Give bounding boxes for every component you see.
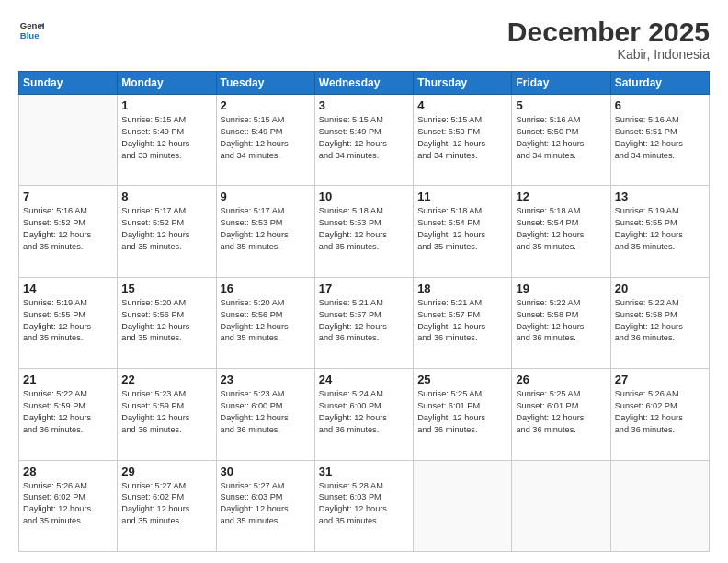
location: Kabir, Indonesia — [507, 47, 710, 62]
table-row — [610, 460, 709, 551]
day-info: Sunrise: 5:27 AM Sunset: 6:02 PM Dayligh… — [121, 480, 211, 528]
day-number: 3 — [319, 98, 409, 112]
day-number: 22 — [121, 373, 211, 386]
day-info: Sunrise: 5:18 AM Sunset: 5:53 PM Dayligh… — [319, 205, 409, 253]
table-row: 13Sunrise: 5:19 AM Sunset: 5:55 PM Dayli… — [610, 186, 709, 277]
header-saturday: Saturday — [610, 72, 709, 95]
day-number: 21 — [23, 373, 113, 386]
day-info: Sunrise: 5:24 AM Sunset: 6:00 PM Dayligh… — [319, 388, 409, 436]
table-row: 18Sunrise: 5:21 AM Sunset: 5:57 PM Dayli… — [414, 277, 512, 368]
day-number: 15 — [121, 282, 211, 295]
day-number: 26 — [516, 373, 606, 386]
table-row: 30Sunrise: 5:27 AM Sunset: 6:03 PM Dayli… — [216, 460, 314, 551]
table-row: 14Sunrise: 5:19 AM Sunset: 5:55 PM Dayli… — [19, 277, 118, 368]
day-info: Sunrise: 5:27 AM Sunset: 6:03 PM Dayligh… — [221, 480, 311, 528]
day-number: 17 — [319, 282, 409, 295]
table-row: 6Sunrise: 5:16 AM Sunset: 5:51 PM Daylig… — [610, 95, 709, 186]
table-row: 16Sunrise: 5:20 AM Sunset: 5:56 PM Dayli… — [216, 277, 314, 368]
day-number: 5 — [516, 98, 606, 112]
table-row: 8Sunrise: 5:17 AM Sunset: 5:52 PM Daylig… — [118, 186, 216, 277]
table-row: 29Sunrise: 5:27 AM Sunset: 6:02 PM Dayli… — [118, 460, 216, 551]
day-info: Sunrise: 5:25 AM Sunset: 6:01 PM Dayligh… — [417, 388, 507, 436]
calendar-row: 21Sunrise: 5:22 AM Sunset: 5:59 PM Dayli… — [19, 369, 710, 460]
day-info: Sunrise: 5:22 AM Sunset: 5:58 PM Dayligh… — [516, 297, 606, 345]
day-info: Sunrise: 5:18 AM Sunset: 5:54 PM Dayligh… — [516, 205, 606, 253]
calendar-row: 1Sunrise: 5:15 AM Sunset: 5:49 PM Daylig… — [19, 95, 710, 186]
day-info: Sunrise: 5:20 AM Sunset: 5:56 PM Dayligh… — [221, 297, 311, 345]
calendar-row: 14Sunrise: 5:19 AM Sunset: 5:55 PM Dayli… — [19, 277, 710, 368]
day-info: Sunrise: 5:18 AM Sunset: 5:54 PM Dayligh… — [417, 205, 507, 253]
day-info: Sunrise: 5:28 AM Sunset: 6:03 PM Dayligh… — [319, 480, 409, 528]
day-info: Sunrise: 5:17 AM Sunset: 5:52 PM Dayligh… — [121, 205, 211, 253]
table-row: 23Sunrise: 5:23 AM Sunset: 6:00 PM Dayli… — [216, 369, 314, 460]
table-row: 3Sunrise: 5:15 AM Sunset: 5:49 PM Daylig… — [314, 95, 413, 186]
day-number: 20 — [615, 282, 705, 295]
table-row: 10Sunrise: 5:18 AM Sunset: 5:53 PM Dayli… — [314, 186, 413, 277]
table-row: 1Sunrise: 5:15 AM Sunset: 5:49 PM Daylig… — [118, 95, 216, 186]
title-block: December 2025 Kabir, Indonesia — [507, 17, 710, 62]
day-number: 11 — [417, 190, 507, 203]
day-info: Sunrise: 5:15 AM Sunset: 5:49 PM Dayligh… — [121, 114, 211, 162]
table-row — [414, 460, 512, 551]
day-number: 29 — [121, 465, 211, 478]
table-row: 25Sunrise: 5:25 AM Sunset: 6:01 PM Dayli… — [414, 369, 512, 460]
day-number: 7 — [23, 190, 113, 203]
day-number: 30 — [221, 465, 311, 478]
table-row: 4Sunrise: 5:15 AM Sunset: 5:50 PM Daylig… — [414, 95, 512, 186]
day-info: Sunrise: 5:16 AM Sunset: 5:50 PM Dayligh… — [516, 114, 606, 162]
day-number: 16 — [221, 282, 311, 295]
table-row: 11Sunrise: 5:18 AM Sunset: 5:54 PM Dayli… — [414, 186, 512, 277]
day-info: Sunrise: 5:23 AM Sunset: 6:00 PM Dayligh… — [221, 388, 311, 436]
day-info: Sunrise: 5:15 AM Sunset: 5:49 PM Dayligh… — [221, 114, 311, 162]
day-number: 9 — [221, 190, 311, 203]
svg-text:General: General — [20, 20, 44, 30]
month-title: December 2025 — [507, 17, 710, 47]
table-row: 24Sunrise: 5:24 AM Sunset: 6:00 PM Dayli… — [314, 369, 413, 460]
day-number: 1 — [121, 98, 211, 112]
header-thursday: Thursday — [414, 72, 512, 95]
calendar-row: 28Sunrise: 5:26 AM Sunset: 6:02 PM Dayli… — [19, 460, 710, 551]
table-row: 5Sunrise: 5:16 AM Sunset: 5:50 PM Daylig… — [512, 95, 610, 186]
header-wednesday: Wednesday — [314, 72, 413, 95]
day-number: 23 — [221, 373, 311, 386]
day-number: 6 — [615, 98, 705, 112]
header: General Blue December 2025 Kabir, Indone… — [18, 17, 710, 62]
day-info: Sunrise: 5:22 AM Sunset: 5:58 PM Dayligh… — [615, 297, 705, 345]
day-info: Sunrise: 5:22 AM Sunset: 5:59 PM Dayligh… — [23, 388, 113, 436]
day-number: 14 — [23, 282, 113, 295]
day-number: 28 — [23, 465, 113, 478]
table-row: 27Sunrise: 5:26 AM Sunset: 6:02 PM Dayli… — [610, 369, 709, 460]
day-number: 10 — [319, 190, 409, 203]
day-info: Sunrise: 5:26 AM Sunset: 6:02 PM Dayligh… — [615, 388, 705, 436]
header-tuesday: Tuesday — [216, 72, 314, 95]
day-number: 31 — [319, 465, 409, 478]
day-info: Sunrise: 5:26 AM Sunset: 6:02 PM Dayligh… — [23, 480, 113, 528]
table-row: 22Sunrise: 5:23 AM Sunset: 5:59 PM Dayli… — [118, 369, 216, 460]
table-row: 28Sunrise: 5:26 AM Sunset: 6:02 PM Dayli… — [19, 460, 118, 551]
day-number: 8 — [121, 190, 211, 203]
header-sunday: Sunday — [19, 72, 118, 95]
day-info: Sunrise: 5:17 AM Sunset: 5:53 PM Dayligh… — [221, 205, 311, 253]
day-info: Sunrise: 5:16 AM Sunset: 5:52 PM Dayligh… — [23, 205, 113, 253]
table-row: 20Sunrise: 5:22 AM Sunset: 5:58 PM Dayli… — [610, 277, 709, 368]
table-row: 15Sunrise: 5:20 AM Sunset: 5:56 PM Dayli… — [118, 277, 216, 368]
day-number: 13 — [615, 190, 705, 203]
calendar-row: 7Sunrise: 5:16 AM Sunset: 5:52 PM Daylig… — [19, 186, 710, 277]
day-info: Sunrise: 5:20 AM Sunset: 5:56 PM Dayligh… — [121, 297, 211, 345]
day-info: Sunrise: 5:15 AM Sunset: 5:49 PM Dayligh… — [319, 114, 409, 162]
weekday-header-row: Sunday Monday Tuesday Wednesday Thursday… — [19, 72, 710, 95]
day-number: 19 — [516, 282, 606, 295]
day-info: Sunrise: 5:15 AM Sunset: 5:50 PM Dayligh… — [417, 114, 507, 162]
logo-icon: General Blue — [18, 17, 44, 42]
svg-text:Blue: Blue — [20, 30, 40, 40]
day-number: 27 — [615, 373, 705, 386]
logo: General Blue — [18, 17, 44, 42]
table-row: 2Sunrise: 5:15 AM Sunset: 5:49 PM Daylig… — [216, 95, 314, 186]
table-row: 9Sunrise: 5:17 AM Sunset: 5:53 PM Daylig… — [216, 186, 314, 277]
calendar-table: Sunday Monday Tuesday Wednesday Thursday… — [18, 71, 710, 552]
day-number: 4 — [417, 98, 507, 112]
table-row — [19, 95, 118, 186]
table-row: 7Sunrise: 5:16 AM Sunset: 5:52 PM Daylig… — [19, 186, 118, 277]
table-row: 17Sunrise: 5:21 AM Sunset: 5:57 PM Dayli… — [314, 277, 413, 368]
day-info: Sunrise: 5:21 AM Sunset: 5:57 PM Dayligh… — [319, 297, 409, 345]
